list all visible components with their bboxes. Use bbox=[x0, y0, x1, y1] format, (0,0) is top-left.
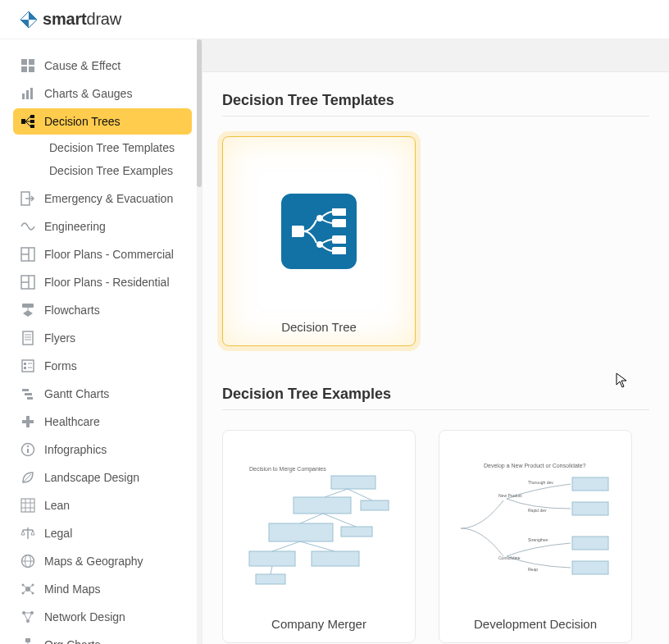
sidebar-item-lean[interactable]: Lean bbox=[13, 492, 192, 518]
info-icon bbox=[20, 441, 36, 458]
grid-icon bbox=[20, 57, 36, 74]
thumb-title: Decision to Merge Companies bbox=[249, 466, 326, 473]
sidebar-item-landscape-design[interactable]: Landscape Design bbox=[13, 464, 192, 491]
svg-text:Rapid dev: Rapid dev bbox=[528, 508, 547, 513]
sidebar-item-label: Floor Plans - Commercial bbox=[44, 248, 174, 261]
svg-rect-81 bbox=[312, 551, 359, 566]
form-icon bbox=[20, 358, 36, 374]
svg-rect-27 bbox=[24, 367, 26, 369]
tree-icon bbox=[20, 113, 36, 130]
sidebar-item-label: Emergency & Evacuation bbox=[44, 192, 173, 205]
sidebar-item-forms[interactable]: Forms bbox=[13, 353, 192, 379]
svg-rect-17 bbox=[22, 304, 34, 308]
svg-text:Reap: Reap bbox=[528, 567, 538, 572]
svg-rect-68 bbox=[292, 226, 303, 236]
mind-icon bbox=[20, 581, 36, 597]
sidebar-scrollbar-track[interactable] bbox=[197, 39, 202, 644]
sidebar-item-label: Engineering bbox=[44, 220, 106, 233]
svg-rect-80 bbox=[249, 551, 295, 566]
svg-marker-2 bbox=[20, 20, 29, 28]
sidebar-item-label: Decision Trees bbox=[44, 115, 121, 128]
sidebar-item-decision-trees[interactable]: Decision Trees bbox=[13, 108, 192, 135]
sidebar-item-label: Cause & Effect bbox=[44, 59, 121, 72]
template-card-label: Decision Tree bbox=[281, 313, 357, 334]
svg-line-37 bbox=[23, 474, 31, 482]
sidebar-item-label: Floor Plans - Residential bbox=[44, 276, 170, 289]
app-header: smartdraw bbox=[0, 0, 669, 39]
flow-icon bbox=[20, 302, 36, 318]
brand-text: smartdraw bbox=[43, 10, 121, 29]
svg-rect-78 bbox=[269, 523, 333, 541]
svg-text:Consolidate: Consolidate bbox=[498, 555, 521, 560]
sidebar-item-mind-maps[interactable]: Mind Maps bbox=[13, 576, 192, 602]
sidebar-item-label: Maps & Geography bbox=[44, 555, 143, 568]
svg-rect-85 bbox=[572, 537, 608, 550]
sidebar-item-org-charts[interactable]: Org Charts bbox=[13, 632, 192, 644]
svg-text:Thorough dev: Thorough dev bbox=[528, 480, 553, 485]
exit-icon bbox=[20, 190, 36, 207]
svg-rect-3 bbox=[21, 59, 27, 65]
sidebar-item-label: Network Design bbox=[44, 610, 125, 623]
svg-rect-38 bbox=[21, 499, 34, 512]
svg-rect-56 bbox=[25, 638, 30, 642]
svg-text:Strengthen: Strengthen bbox=[528, 537, 548, 542]
sidebar-item-floor-plans-residential[interactable]: Floor Plans - Residential bbox=[13, 269, 192, 295]
main-toolbar bbox=[203, 39, 669, 72]
sidebar-item-label: Forms bbox=[44, 359, 77, 372]
sidebar-item-label: Lean bbox=[44, 499, 70, 512]
sidebar-scrollbar-thumb[interactable] bbox=[197, 39, 202, 187]
example-card-company-merger[interactable]: Decision to Merge Companies bbox=[222, 430, 416, 643]
sidebar-item-engineering[interactable]: Engineering bbox=[13, 213, 192, 240]
svg-rect-9 bbox=[30, 88, 33, 99]
svg-rect-75 bbox=[331, 476, 375, 489]
category-sidebar: Cause & EffectCharts & GaugesDecision Tr… bbox=[0, 39, 203, 644]
sidebar-item-infographics[interactable]: Infographics bbox=[13, 436, 192, 463]
grid2-icon bbox=[20, 497, 36, 514]
globe-icon bbox=[20, 553, 36, 569]
svg-rect-31 bbox=[27, 397, 33, 400]
sidebar-item-flowcharts[interactable]: Flowcharts bbox=[13, 297, 192, 323]
floor-icon bbox=[20, 274, 36, 290]
sidebar-item-cause-effect[interactable]: Cause & Effect bbox=[13, 53, 192, 79]
sidebar-item-charts-gauges[interactable]: Charts & Gauges bbox=[13, 80, 192, 107]
brand-mark-icon bbox=[20, 11, 38, 29]
svg-rect-77 bbox=[361, 500, 389, 510]
leaf-icon bbox=[20, 469, 36, 486]
sidebar-item-legal[interactable]: Legal bbox=[13, 520, 192, 546]
sidebar-item-floor-plans-commercial[interactable]: Floor Plans - Commercial bbox=[13, 241, 192, 267]
sidebar-subitem-decision-tree-templates[interactable]: Decision Tree Templates bbox=[46, 136, 192, 159]
sidebar-item-label: Charts & Gauges bbox=[44, 87, 132, 100]
sidebar-subitem-decision-tree-examples[interactable]: Decision Tree Examples bbox=[46, 159, 192, 182]
svg-rect-20 bbox=[23, 331, 33, 345]
sidebar-item-gantt-charts[interactable]: Gantt Charts bbox=[13, 381, 192, 407]
sidebar-item-emergency-evacuation[interactable]: Emergency & Evacuation bbox=[13, 185, 192, 212]
sidebar-item-label: Mind Maps bbox=[44, 582, 100, 596]
org-icon bbox=[20, 637, 36, 644]
svg-rect-33 bbox=[22, 420, 34, 423]
scale-icon bbox=[20, 525, 36, 541]
svg-marker-1 bbox=[29, 11, 37, 20]
svg-rect-82 bbox=[256, 574, 285, 584]
svg-rect-86 bbox=[572, 561, 608, 574]
svg-rect-30 bbox=[25, 393, 32, 395]
svg-rect-29 bbox=[22, 389, 29, 391]
brand-logo[interactable]: smartdraw bbox=[20, 10, 121, 29]
sidebar-item-label: Flyers bbox=[44, 331, 75, 345]
wave-icon bbox=[20, 218, 36, 235]
svg-rect-71 bbox=[333, 236, 346, 243]
example-card-development-decision[interactable]: Develop a New Product or Consolidate? bbox=[439, 430, 632, 643]
sidebar-item-label: Flowcharts bbox=[44, 304, 100, 317]
sidebar-item-label: Infographics bbox=[44, 443, 107, 456]
divider bbox=[222, 116, 649, 116]
thumb-title: Develop a New Product or Consolidate? bbox=[484, 463, 586, 469]
sidebar-item-healthcare[interactable]: Healthcare bbox=[13, 409, 192, 435]
divider bbox=[222, 409, 649, 410]
sidebar-item-flyers[interactable]: Flyers bbox=[13, 325, 192, 351]
svg-rect-79 bbox=[341, 527, 372, 537]
sidebar-item-network-design[interactable]: Network Design bbox=[13, 604, 192, 630]
template-card-decision-tree[interactable]: Decision Tree bbox=[222, 136, 416, 346]
gantt-icon bbox=[20, 386, 36, 402]
sidebar-item-maps-geography[interactable]: Maps & Geography bbox=[13, 548, 192, 574]
examples-heading: Decision Tree Examples bbox=[222, 386, 649, 403]
main-panel: Decision Tree Templates bbox=[203, 39, 669, 644]
